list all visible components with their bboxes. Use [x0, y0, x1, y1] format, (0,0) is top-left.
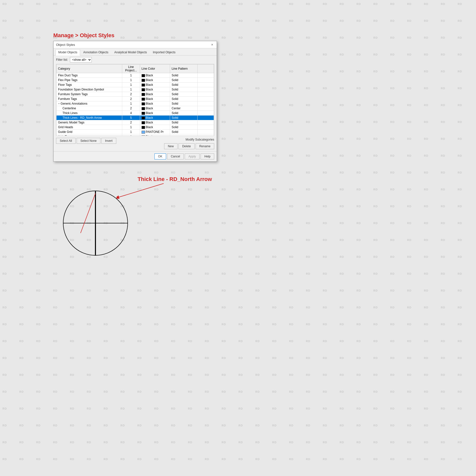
select-all-button[interactable]: Select All: [56, 138, 76, 144]
watermark-text: RD: [272, 87, 277, 90]
watermark-text: RD: [104, 407, 108, 410]
table-row[interactable]: Furniture Tags2BlackSolid: [57, 97, 214, 101]
watermark-text: RD: [36, 36, 41, 39]
table-row[interactable]: Grid Heads1BlackSolid: [57, 125, 214, 130]
watermark-text: RD: [53, 390, 58, 393]
cell-color[interactable]: Black: [140, 97, 170, 101]
watermark-text: RD: [188, 19, 192, 22]
cell-color[interactable]: Black: [140, 101, 170, 106]
watermark-text: RD: [407, 188, 412, 191]
cell-pattern[interactable]: Center: [170, 106, 197, 111]
cell-pattern[interactable]: Solid: [170, 83, 197, 87]
cell-color[interactable]: Black: [140, 106, 170, 111]
watermark-text: RD: [441, 2, 445, 5]
cell-pattern[interactable]: Solid: [170, 125, 197, 130]
tab-analytical-model-objects[interactable]: Analytical Model Objects: [112, 49, 149, 55]
watermark-text: RD: [120, 171, 125, 174]
watermark-text: RD: [19, 36, 24, 39]
cell-color[interactable]: Black: [140, 83, 170, 87]
watermark-text: RD: [357, 154, 361, 157]
table-row[interactable]: Flex Duct Tags1BlackSolid: [57, 73, 214, 78]
table-row[interactable]: Foundation Span Direction Symbol1BlackSo…: [57, 87, 214, 92]
cell-color[interactable]: Black: [140, 134, 170, 136]
watermark-text: RD: [357, 272, 361, 275]
table-row[interactable]: Flex Pipe Tags1BlackSolid: [57, 78, 214, 83]
watermark-text: RD: [222, 120, 226, 123]
watermark-text: RD: [87, 340, 91, 343]
delete-button[interactable]: Delete: [178, 143, 195, 149]
table-row[interactable]: Generic Model Tags2BlackSolid: [57, 120, 214, 125]
watermark-text: RD: [289, 407, 294, 410]
watermark-text: RD: [222, 104, 226, 107]
watermark-text: RD: [424, 458, 428, 461]
watermark-text: RD: [390, 36, 395, 39]
watermark-text: RD: [323, 104, 327, 107]
cell-pattern[interactable]: Solid: [170, 78, 197, 83]
new-button[interactable]: New: [164, 143, 178, 149]
cell-color[interactable]: Black: [140, 116, 170, 120]
dialog-close-button[interactable]: ×: [210, 43, 214, 47]
table-row[interactable]: Hole Tags1Black: [57, 134, 214, 136]
cancel-button[interactable]: Cancel: [167, 153, 184, 159]
cell-category: Hole Tags: [57, 134, 122, 136]
watermark-text: RD: [340, 255, 344, 258]
cell-color[interactable]: Black: [140, 87, 170, 92]
watermark-text: RD: [53, 424, 58, 427]
table-row[interactable]: Thick Lines - RD_North Arrow5BlackSolid: [57, 116, 214, 120]
ok-button[interactable]: OK: [154, 153, 166, 159]
table-row[interactable]: Centerline2BlackCenter: [57, 106, 214, 111]
filter-select[interactable]: <show all>: [70, 57, 92, 62]
table-row[interactable]: Guide Grid1PANTONE PrSolid: [57, 130, 214, 134]
col-line-pattern: Line Pattern: [170, 64, 197, 73]
cell-color[interactable]: Black: [140, 73, 170, 78]
cell-color[interactable]: Black: [140, 125, 170, 130]
cell-pattern[interactable]: Solid: [170, 87, 197, 92]
watermark-text: RD: [407, 222, 412, 225]
watermark-text: RD: [289, 137, 294, 140]
watermark-text: RD: [407, 36, 412, 39]
watermark-text: RD: [222, 424, 226, 427]
cell-weight: 1: [122, 125, 140, 130]
rename-button[interactable]: Rename: [196, 143, 214, 149]
tab-imported-objects[interactable]: Imported Objects: [150, 49, 178, 55]
watermark-text: RD: [441, 323, 445, 326]
table-row[interactable]: Thick Lines4BlackSolid: [57, 111, 214, 116]
cell-color[interactable]: Black: [140, 78, 170, 83]
watermark-text: RD: [154, 205, 159, 208]
bottom-right-area: Modify Subcategories New Delete Rename: [164, 138, 214, 149]
help-button[interactable]: Help: [201, 153, 214, 159]
cell-pattern[interactable]: Solid: [170, 97, 197, 101]
watermark-text: RD: [458, 2, 462, 5]
cell-pattern[interactable]: Solid: [170, 73, 197, 78]
watermark-text: RD: [255, 340, 260, 343]
cell-pattern[interactable]: Solid: [170, 116, 197, 120]
cell-color[interactable]: Black: [140, 111, 170, 116]
watermark-text: RD: [407, 289, 412, 292]
cell-pattern[interactable]: Solid: [170, 92, 197, 97]
tab-annotation-objects[interactable]: Annotation Objects: [81, 49, 111, 55]
cell-pattern[interactable]: Solid: [170, 130, 197, 134]
color-text: Black: [146, 92, 153, 96]
cell-pattern[interactable]: Solid: [170, 111, 197, 116]
watermark-text: RD: [255, 154, 260, 157]
watermark-text: RD: [70, 171, 74, 174]
cell-extra: [197, 106, 214, 111]
cell-color[interactable]: Black: [140, 92, 170, 97]
cell-pattern[interactable]: Solid: [170, 120, 197, 125]
apply-button[interactable]: Apply: [185, 153, 200, 159]
cell-pattern[interactable]: [170, 134, 197, 136]
cell-color[interactable]: PANTONE Pr: [140, 130, 170, 134]
table-row[interactable]: Floor Tags1BlackSolid: [57, 83, 214, 87]
watermark-text: RD: [205, 306, 209, 309]
invert-button[interactable]: Invert: [101, 138, 116, 144]
watermark-text: RD: [2, 70, 7, 73]
cell-pattern[interactable]: Solid: [170, 101, 197, 106]
cell-color[interactable]: Black: [140, 120, 170, 125]
tab-model-objects[interactable]: Model Objects: [56, 49, 80, 56]
table-row[interactable]: − Generic Annotations1BlackSolid: [57, 101, 214, 106]
watermark-text: RD: [390, 390, 395, 393]
select-none-button[interactable]: Select None: [77, 138, 100, 144]
watermark-text: RD: [171, 306, 176, 309]
table-row[interactable]: Furniture System Tags2BlackSolid: [57, 92, 214, 97]
watermark-text: RD: [289, 36, 294, 39]
